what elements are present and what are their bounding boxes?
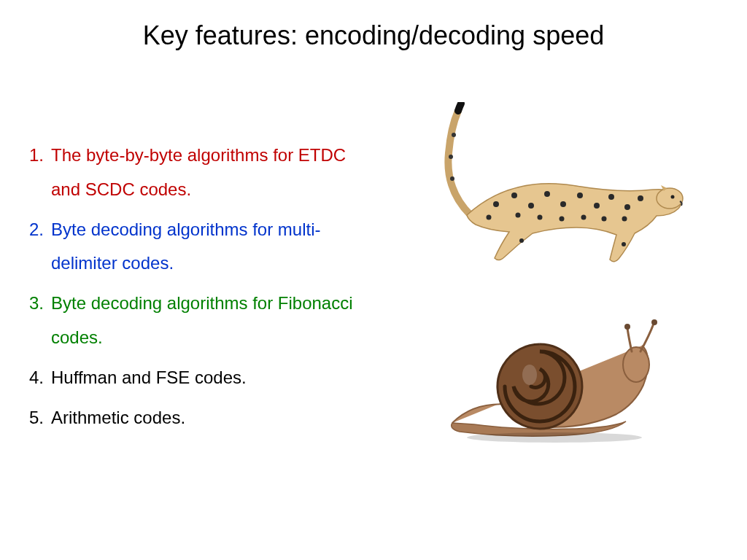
svg-point-18 [581, 215, 587, 220]
item-text: Byte decoding algorithms for Fibonacci c… [51, 287, 376, 355]
svg-point-20 [487, 215, 492, 220]
svg-point-10 [577, 192, 583, 198]
svg-point-6 [511, 192, 517, 198]
item-number: 5. [26, 401, 51, 435]
svg-point-23 [622, 242, 626, 246]
svg-point-15 [516, 213, 521, 218]
svg-point-16 [538, 215, 543, 220]
svg-point-28 [522, 365, 537, 385]
item-number: 4. [26, 361, 51, 395]
ordered-list: 1. The byte-by-byte algorithms for ETDC … [26, 139, 376, 440]
item-number: 2. [26, 213, 51, 247]
svg-point-24 [623, 347, 649, 382]
svg-point-25 [651, 319, 657, 325]
svg-point-26 [624, 324, 630, 330]
item-number: 1. [26, 139, 51, 173]
svg-point-1 [449, 155, 453, 159]
svg-point-22 [519, 238, 524, 243]
list-item: 2. Byte decoding algorithms for multi-de… [26, 213, 376, 281]
item-text: Arithmetic codes. [51, 401, 376, 435]
svg-point-11 [594, 203, 600, 209]
cheetah-icon [409, 102, 686, 270]
list-item: 4. Huffman and FSE codes. [26, 361, 376, 395]
item-text: Huffman and FSE codes. [51, 361, 376, 395]
item-text: Byte decoding algorithms for multi-delim… [51, 213, 376, 281]
svg-point-3 [657, 188, 683, 209]
svg-point-14 [638, 195, 643, 201]
item-number: 3. [26, 287, 51, 321]
item-text: The byte-by-byte algorithms for ETDC and… [51, 139, 376, 207]
svg-point-21 [622, 217, 627, 222]
svg-point-12 [608, 194, 614, 200]
list-item: 1. The byte-by-byte algorithms for ETDC … [26, 139, 376, 207]
svg-point-29 [467, 432, 642, 443]
svg-point-2 [450, 176, 454, 181]
svg-point-13 [624, 204, 630, 210]
list-item: 5. Arithmetic codes. [26, 401, 376, 435]
svg-point-19 [602, 217, 607, 222]
svg-point-0 [452, 133, 456, 137]
slide-title: Key features: encoding/decoding speed [0, 20, 747, 51]
svg-point-4 [671, 195, 675, 199]
svg-point-8 [544, 191, 550, 197]
svg-point-17 [560, 217, 565, 222]
snail-icon [430, 314, 664, 445]
list-item: 3. Byte decoding algorithms for Fibonacc… [26, 287, 376, 355]
svg-point-7 [528, 203, 534, 209]
svg-point-5 [493, 201, 499, 207]
svg-point-9 [560, 201, 566, 207]
